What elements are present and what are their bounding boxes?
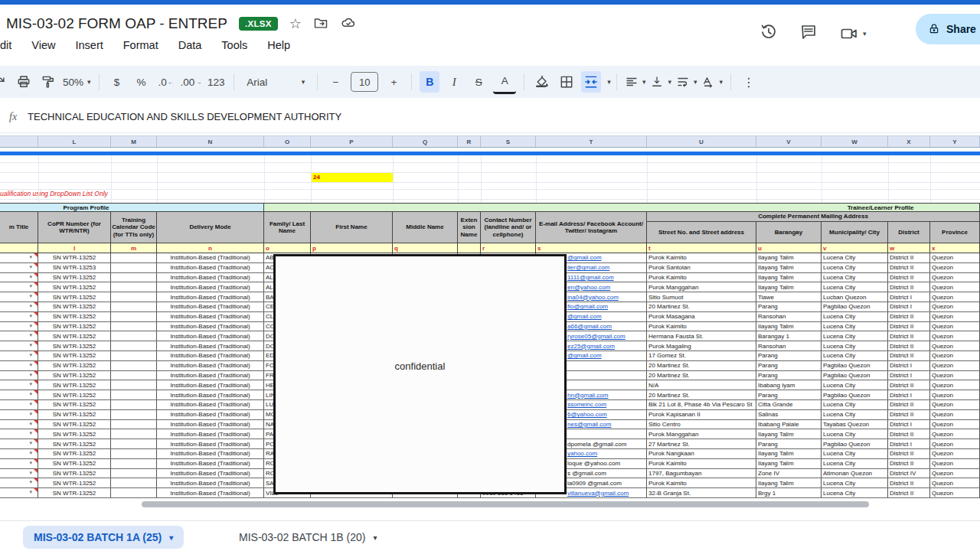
cell-barangay[interactable]: Ransohan xyxy=(756,341,822,350)
cell-street[interactable]: Purok Kaimito xyxy=(647,273,756,282)
dropdown-caret-icon[interactable]: ▾ xyxy=(29,440,32,446)
cell-province[interactable]: Quezon xyxy=(930,410,980,419)
increase-decimal-button[interactable]: .00→ xyxy=(181,71,202,93)
cell-qual[interactable]: ▾ xyxy=(0,488,38,497)
cell-barangay[interactable]: Parang xyxy=(756,302,822,311)
cell-training[interactable] xyxy=(111,371,157,380)
cell-district[interactable]: District IV xyxy=(888,469,930,478)
vertical-align-icon[interactable]: ▾ xyxy=(650,71,671,93)
column-code-w[interactable]: w xyxy=(888,243,930,253)
cell-district[interactable]: District II xyxy=(888,459,930,468)
cell-province[interactable]: Quezon xyxy=(930,478,980,487)
dropdown-caret-icon[interactable]: ▾ xyxy=(29,264,32,270)
cell-delivery[interactable]: Institution-Based (Traditional) xyxy=(157,390,264,399)
header-delivery[interactable]: Delivery Mode xyxy=(157,212,264,243)
cell-qual[interactable]: ▾ xyxy=(0,361,38,370)
email-link[interactable]: ez25@gmail.com xyxy=(567,343,615,350)
cell-street[interactable]: 20 Martinez St. xyxy=(647,371,756,380)
cell-training[interactable] xyxy=(111,439,157,448)
dropdown-caret-icon[interactable]: ▾ xyxy=(29,470,32,476)
section-trainee-profile[interactable]: Trainee/Learner Profile xyxy=(264,203,980,212)
cell-copr[interactable]: SN WTR-13252 xyxy=(38,439,111,448)
column-header-P[interactable]: P xyxy=(311,136,393,147)
cell-qual[interactable]: ▾ xyxy=(0,449,38,458)
increase-font-size-button[interactable]: + xyxy=(384,71,403,93)
cell-copr[interactable]: SN WTR-13253 xyxy=(38,263,111,272)
cell-delivery[interactable]: Institution-Based (Traditional) xyxy=(157,331,264,341)
dropdown-caret-icon[interactable]: ▾ xyxy=(29,362,32,368)
column-code-q[interactable]: q xyxy=(393,243,458,253)
cell-qual[interactable]: ▾ xyxy=(0,351,38,360)
cell-province[interactable]: Quezon xyxy=(930,263,980,272)
email-link[interactable]: ryrose05@gmail.com xyxy=(567,333,626,340)
sheet-tab-caret-icon[interactable]: ▾ xyxy=(169,533,173,542)
cell-training[interactable] xyxy=(111,429,157,439)
cell-copr[interactable]: SN WTR-13252 xyxy=(38,253,111,262)
cell-street[interactable]: Purok Nangkaan xyxy=(647,449,756,458)
cell-province[interactable]: Quezon xyxy=(930,449,980,458)
cell-copr[interactable]: SN WTR-13252 xyxy=(38,341,111,350)
cell-street[interactable]: Purok Manggahan xyxy=(647,429,756,439)
dropdown-caret-icon[interactable]: ▾ xyxy=(29,489,32,495)
cell-district[interactable]: District I xyxy=(888,390,930,399)
header-family[interactable]: Family/ Last Name xyxy=(264,212,311,243)
cell-city[interactable]: Lucena City xyxy=(822,322,888,331)
bold-button[interactable]: B xyxy=(420,71,439,93)
cell-province[interactable]: Quezon xyxy=(930,390,980,399)
cell-barangay[interactable]: Parang xyxy=(756,371,822,380)
dropdown-caret-icon[interactable]: ▾ xyxy=(29,401,32,407)
cell-city[interactable]: Atimonan Quezon xyxy=(822,469,888,478)
cell-copr[interactable]: SN WTR-13252 xyxy=(38,449,111,458)
email-link[interactable]: ina04@yahoo.com xyxy=(567,294,619,301)
cell-district[interactable]: District II xyxy=(888,449,930,458)
font-select[interactable]: Arial▾ xyxy=(242,71,309,93)
header-middle[interactable]: Middle Name xyxy=(393,212,458,243)
fill-color-icon[interactable] xyxy=(532,71,552,93)
cell-qual[interactable]: ▾ xyxy=(0,292,38,302)
cell-barangay[interactable]: Tiawe xyxy=(756,292,822,302)
cell-delivery[interactable]: Institution-Based (Traditional) xyxy=(157,282,264,292)
column-code-o[interactable]: o xyxy=(264,243,311,253)
text-wrap-icon[interactable]: ▾ xyxy=(676,71,697,93)
cell-training[interactable] xyxy=(111,390,157,399)
cell-barangay[interactable]: Barangay 1 xyxy=(756,331,822,341)
cell-delivery[interactable]: Institution-Based (Traditional) xyxy=(157,410,264,419)
cell-city[interactable]: Lucban Quezon xyxy=(822,292,888,302)
column-header-X[interactable]: X xyxy=(888,136,930,147)
cell-training[interactable] xyxy=(111,400,157,409)
cell-district[interactable]: District II xyxy=(888,341,930,350)
cell-barangay[interactable]: Ilayang Talim xyxy=(756,322,822,331)
grid-empty-area[interactable]: 24 ualification using DropDown List Only xyxy=(0,155,980,203)
meet-caret-icon[interactable]: ▾ xyxy=(863,30,867,37)
cell-qual[interactable]: ▾ xyxy=(0,400,38,409)
cell-training[interactable] xyxy=(111,420,157,429)
header-district[interactable]: District xyxy=(888,222,930,243)
cell-delivery[interactable]: Institution-Based (Traditional) xyxy=(157,380,264,390)
column-header-U[interactable]: U xyxy=(647,136,756,147)
cell-training[interactable] xyxy=(111,380,157,390)
column-header-S[interactable]: S xyxy=(481,136,536,147)
cell-province[interactable]: Quezon xyxy=(930,331,980,341)
number-format-button[interactable]: 123 xyxy=(206,71,226,93)
cell-district[interactable]: District I xyxy=(888,439,930,448)
header-ext[interactable]: Exten sion Name xyxy=(458,212,481,243)
cell-training[interactable] xyxy=(111,478,157,487)
print-icon[interactable] xyxy=(14,71,34,93)
column-header-partial[interactable] xyxy=(0,136,38,147)
cell-training[interactable] xyxy=(111,449,157,458)
cell-qual[interactable]: ▾ xyxy=(0,282,38,292)
dropdown-caret-icon[interactable]: ▾ xyxy=(29,381,32,387)
cell-province[interactable]: Quezon xyxy=(930,371,980,380)
cell-training[interactable] xyxy=(111,331,157,341)
cell-training[interactable] xyxy=(111,253,157,262)
column-code-ext[interactable] xyxy=(458,243,481,253)
dropdown-caret-icon[interactable]: ▾ xyxy=(29,421,32,427)
cell-city[interactable]: Lucena City xyxy=(822,429,888,439)
dropdown-caret-icon[interactable]: ▾ xyxy=(29,450,32,456)
cell-barangay[interactable]: Ibabang Palale xyxy=(756,420,822,429)
cell-street[interactable]: Purok Kaimito xyxy=(647,478,756,487)
cell-copr[interactable]: SN WTR-13252 xyxy=(38,400,111,409)
cell-qual[interactable]: ▾ xyxy=(0,341,38,350)
dropdown-caret-icon[interactable]: ▾ xyxy=(29,411,32,417)
header-city[interactable]: Municipality/ City xyxy=(822,222,888,243)
